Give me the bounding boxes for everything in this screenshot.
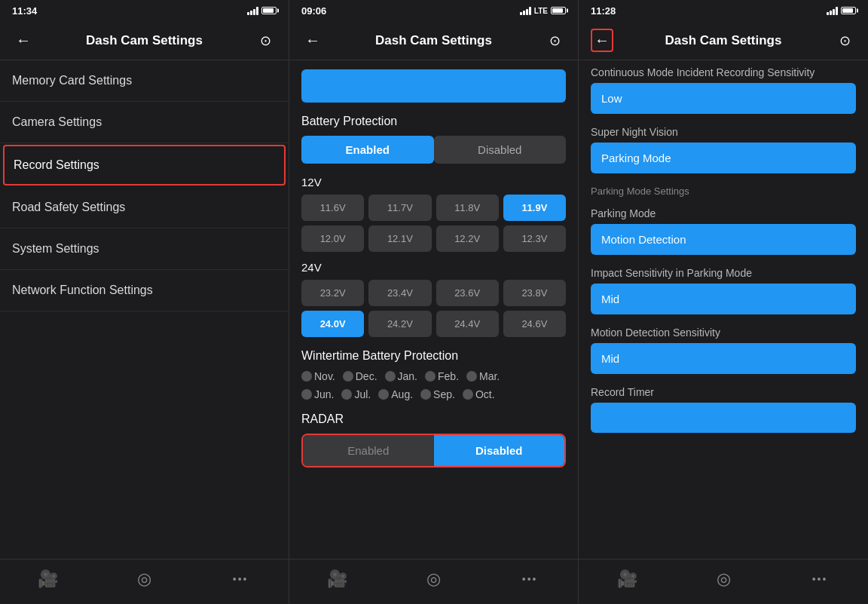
volt-23-2[interactable]: 23.2V xyxy=(301,280,364,306)
sidebar-item-system[interactable]: System Settings xyxy=(0,228,289,270)
winter-feb-checkbox[interactable] xyxy=(425,371,436,382)
continuous-mode-block: Continuous Mode Incident Recording Sensi… xyxy=(591,66,856,114)
volt-24-4[interactable]: 24.4V xyxy=(436,311,499,337)
winter-aug: Aug. xyxy=(378,388,413,400)
menu-list: Memory Card Settings Camera Settings Rec… xyxy=(0,60,289,559)
winter-row-1: Nov. Dec. Jan. Feb. Mar. xyxy=(301,370,566,382)
motion-detection-sensitivity-value[interactable]: Mid xyxy=(591,343,856,374)
winter-sep-checkbox[interactable] xyxy=(420,389,431,400)
tab-more-right[interactable]: ••• xyxy=(772,573,868,585)
status-bar-right: 11:28 xyxy=(579,0,868,21)
tab-wifi-right[interactable]: ◎ xyxy=(675,569,772,589)
menu-item-label: System Settings xyxy=(12,242,99,256)
sidebar-item-network[interactable]: Network Function Settings xyxy=(0,270,289,311)
volt-11-8[interactable]: 11.8V xyxy=(436,195,499,221)
back-button-middle[interactable]: ← xyxy=(301,32,324,49)
battery-disabled-button[interactable]: Disabled xyxy=(434,136,567,164)
winter-nov-checkbox[interactable] xyxy=(301,371,312,382)
tab-camera-left[interactable]: 🎥 xyxy=(0,569,96,589)
settings-icon-right[interactable]: ⊙ xyxy=(833,32,856,49)
winter-dec-label: Dec. xyxy=(356,370,377,382)
page-title-middle: Dash Cam Settings xyxy=(324,33,543,48)
tab-more-middle[interactable]: ••• xyxy=(481,573,578,585)
winter-nov-label: Nov. xyxy=(314,370,335,382)
sidebar-item-record[interactable]: Record Settings xyxy=(3,145,286,185)
volt-24-2[interactable]: 24.2V xyxy=(368,311,431,337)
left-panel: 11:34 ← Dash Cam Settings ⊙ Memory Card … xyxy=(0,0,289,604)
wifi-tab-icon: ◎ xyxy=(137,569,151,589)
volt-11-6[interactable]: 11.6V xyxy=(301,195,364,221)
volt-11-7[interactable]: 11.7V xyxy=(368,195,431,221)
winter-dec-checkbox[interactable] xyxy=(343,371,353,382)
volt-24-6[interactable]: 24.6V xyxy=(503,311,566,337)
continuous-mode-value[interactable]: Low xyxy=(591,83,856,114)
winter-jul-checkbox[interactable] xyxy=(341,389,352,400)
battery-protection-toggle: Enabled Disabled xyxy=(301,136,566,164)
winter-aug-checkbox[interactable] xyxy=(378,389,389,400)
volt-23-4[interactable]: 23.4V xyxy=(368,280,431,306)
tab-camera-middle[interactable]: 🎥 xyxy=(289,569,386,589)
tab-wifi-left[interactable]: ◎ xyxy=(96,569,193,589)
volt-12-0[interactable]: 12.0V xyxy=(301,225,364,252)
wifi-tab-icon-r: ◎ xyxy=(717,569,731,589)
sidebar-item-road-safety[interactable]: Road Safety Settings xyxy=(0,187,289,228)
winter-mar-checkbox[interactable] xyxy=(466,371,477,382)
impact-sensitivity-value[interactable]: Mid xyxy=(591,284,856,314)
volt-11-9[interactable]: 11.9V xyxy=(503,195,566,221)
volt-12-1[interactable]: 12.1V xyxy=(368,225,431,252)
battery-protection-title: Battery Protection xyxy=(301,115,566,128)
super-night-vision-block: Super Night Vision Parking Mode xyxy=(591,126,856,173)
battery-icon-right xyxy=(841,7,856,14)
tab-camera-right[interactable]: 🎥 xyxy=(579,569,675,589)
winter-jun-label: Jun. xyxy=(314,388,334,400)
menu-item-label: Road Safety Settings xyxy=(12,201,125,214)
time-left: 11:34 xyxy=(12,5,37,17)
parking-mode-value[interactable]: Motion Detection xyxy=(591,224,856,255)
volt-24-0[interactable]: 24.0V xyxy=(301,311,364,337)
more-tab-icon: ••• xyxy=(233,573,249,585)
status-bar-middle: 09:06 LTE xyxy=(289,0,578,21)
tab-more-left[interactable]: ••• xyxy=(192,573,289,585)
voltage-12v-title: 12V xyxy=(301,176,566,189)
volt-23-8[interactable]: 23.8V xyxy=(503,280,566,306)
tab-bar-right: 🎥 ◎ ••• xyxy=(579,559,868,604)
record-timer-label: Record Timer xyxy=(591,386,856,398)
right-panel: 11:28 ← Dash Cam Settings ⊙ Continuous M… xyxy=(579,0,868,604)
sidebar-item-camera[interactable]: Camera Settings xyxy=(0,102,289,143)
winter-oct-checkbox[interactable] xyxy=(463,389,473,400)
battery-icon-left xyxy=(261,7,277,14)
back-button-right[interactable]: ← xyxy=(591,29,613,52)
radar-enabled-button[interactable]: Enabled xyxy=(303,435,434,466)
radar-disabled-button[interactable]: Disabled xyxy=(434,435,565,466)
nav-header-middle: ← Dash Cam Settings ⊙ xyxy=(289,21,578,60)
tab-wifi-middle[interactable]: ◎ xyxy=(386,569,482,589)
winter-jul-label: Jul. xyxy=(354,388,371,400)
super-night-vision-value[interactable]: Parking Mode xyxy=(591,143,856,173)
voltage-24v-title: 24V xyxy=(301,261,566,274)
settings-icon-middle[interactable]: ⊙ xyxy=(543,32,566,49)
winter-aug-label: Aug. xyxy=(391,388,413,400)
record-timer-value[interactable] xyxy=(591,403,856,433)
settings-icon-left[interactable]: ⊙ xyxy=(254,32,277,49)
winter-sep: Sep. xyxy=(420,388,455,400)
wintertime-title: Wintertime Battery Protection xyxy=(301,349,566,363)
menu-item-label: Memory Card Settings xyxy=(12,74,132,87)
camera-tab-icon: 🎥 xyxy=(38,569,58,589)
middle-content: Battery Protection Enabled Disabled 12V … xyxy=(289,60,578,559)
motion-detection-sensitivity-label: Motion Detection Sensitivity xyxy=(591,327,856,339)
winter-jun-checkbox[interactable] xyxy=(301,389,312,400)
radar-section: RADAR Enabled Disabled xyxy=(301,412,566,468)
voltage-24v-grid: 23.2V 23.4V 23.6V 23.8V 24.0V 24.2V 24.4… xyxy=(301,280,566,337)
signal-icon-right xyxy=(827,6,838,15)
impact-sensitivity-label: Impact Sensitivity in Parking Mode xyxy=(591,267,856,279)
battery-enabled-button[interactable]: Enabled xyxy=(301,136,434,164)
volt-12-3[interactable]: 12.3V xyxy=(503,225,566,252)
volt-12-2[interactable]: 12.2V xyxy=(436,225,499,252)
winter-jan-checkbox[interactable] xyxy=(385,371,396,382)
menu-item-label: Camera Settings xyxy=(12,115,102,129)
back-button-left[interactable]: ← xyxy=(12,32,35,49)
signal-icon-middle xyxy=(520,6,531,15)
wifi-tab-icon-m: ◎ xyxy=(426,569,441,589)
sidebar-item-memory-card[interactable]: Memory Card Settings xyxy=(0,60,289,102)
volt-23-6[interactable]: 23.6V xyxy=(436,280,499,306)
